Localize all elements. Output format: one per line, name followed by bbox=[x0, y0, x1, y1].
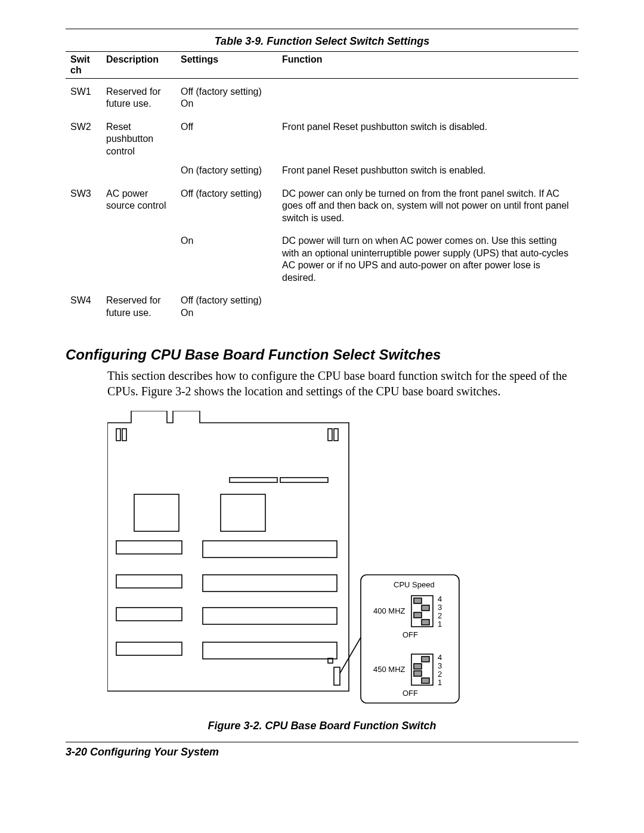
svg-rect-6 bbox=[134, 494, 179, 531]
label-off-1: OFF bbox=[402, 630, 418, 639]
label-450mhz: 450 MHZ bbox=[373, 665, 405, 674]
col-header-switch: Switch bbox=[66, 52, 101, 79]
page-footer: 3-20 Configuring Your System bbox=[66, 746, 578, 758]
label-n2-a: 2 bbox=[438, 611, 442, 620]
svg-rect-23 bbox=[422, 620, 429, 625]
col-header-description: Description bbox=[101, 52, 176, 79]
cell-description: AC power source control bbox=[101, 181, 176, 228]
svg-rect-12 bbox=[203, 541, 337, 558]
top-horizontal-rule bbox=[66, 29, 578, 29]
cell-switch: SW3 bbox=[66, 181, 101, 228]
svg-rect-2 bbox=[328, 429, 332, 441]
footer-horizontal-rule bbox=[66, 742, 578, 742]
cell-switch: SW2 bbox=[66, 114, 101, 161]
svg-rect-1 bbox=[122, 429, 126, 441]
label-n1-a: 1 bbox=[438, 620, 442, 628]
col-header-function: Function bbox=[277, 52, 578, 79]
cell-switch bbox=[66, 228, 101, 287]
svg-rect-22 bbox=[414, 612, 422, 618]
figure-caption: Figure 3-2. CPU Base Board Function Swit… bbox=[66, 720, 578, 732]
svg-rect-4 bbox=[230, 478, 277, 482]
svg-rect-26 bbox=[414, 664, 422, 669]
section-heading: Configuring CPU Base Board Function Sele… bbox=[66, 346, 578, 363]
svg-rect-11 bbox=[116, 642, 182, 655]
cell-function bbox=[277, 287, 578, 323]
table-header-row: Switch Description Settings Function bbox=[66, 52, 578, 79]
table-row: On (factory setting) Front panel Reset p… bbox=[66, 161, 578, 180]
cell-function: Front panel Reset pushbutton switch is d… bbox=[277, 114, 578, 161]
cell-switch: SW1 bbox=[66, 79, 101, 114]
label-n1-b: 1 bbox=[438, 678, 442, 687]
svg-rect-5 bbox=[280, 478, 328, 482]
table-row: On DC power will turn on when AC power c… bbox=[66, 228, 578, 287]
table-caption: Table 3-9. Function Select Switch Settin… bbox=[66, 35, 578, 48]
table-row: SW1 Reserved for future use. Off (factor… bbox=[66, 79, 578, 114]
figure-cpu-board: CPU Speed 400 MHZ 450 MHZ OFF OFF 4 3 2 … bbox=[107, 411, 578, 711]
svg-rect-8 bbox=[116, 541, 182, 554]
svg-rect-27 bbox=[414, 671, 422, 676]
cell-description bbox=[101, 161, 176, 180]
label-n4-a: 4 bbox=[438, 594, 442, 603]
cell-settings: Off (factory setting) bbox=[176, 181, 277, 228]
svg-rect-15 bbox=[203, 642, 337, 659]
svg-rect-14 bbox=[203, 608, 337, 624]
svg-rect-3 bbox=[334, 429, 338, 441]
svg-rect-10 bbox=[116, 608, 182, 621]
label-off-2: OFF bbox=[402, 689, 418, 698]
cell-settings: Off (factory setting)On bbox=[176, 287, 277, 323]
svg-line-29 bbox=[340, 637, 361, 673]
cell-settings: Off bbox=[176, 114, 277, 161]
cell-settings: On (factory setting) bbox=[176, 161, 277, 180]
svg-rect-7 bbox=[221, 494, 265, 531]
svg-rect-20 bbox=[414, 598, 422, 603]
svg-rect-21 bbox=[422, 605, 429, 611]
svg-rect-9 bbox=[116, 575, 182, 588]
svg-rect-25 bbox=[422, 657, 429, 662]
svg-rect-16 bbox=[334, 667, 340, 685]
cell-settings: On bbox=[176, 228, 277, 287]
col-header-settings: Settings bbox=[176, 52, 277, 79]
svg-rect-13 bbox=[203, 575, 337, 592]
cell-description: Reserved for future use. bbox=[101, 79, 176, 114]
cell-function: DC power will turn on when AC power come… bbox=[277, 228, 578, 287]
function-select-switch-table: Switch Description Settings Function SW1… bbox=[66, 51, 578, 323]
label-n3-b: 3 bbox=[438, 661, 442, 670]
cell-switch bbox=[66, 161, 101, 180]
svg-rect-28 bbox=[422, 678, 429, 683]
cell-settings: Off (factory setting)On bbox=[176, 79, 277, 114]
table-row: SW3 AC power source control Off (factory… bbox=[66, 181, 578, 228]
label-n3-a: 3 bbox=[438, 603, 442, 612]
cell-description bbox=[101, 228, 176, 287]
label-400mhz: 400 MHZ bbox=[373, 606, 405, 615]
cell-description: Reset pushbutton control bbox=[101, 114, 176, 161]
label-n2-b: 2 bbox=[438, 670, 442, 679]
cell-function: DC power can only be turned on from the … bbox=[277, 181, 578, 228]
table-row: SW2 Reset pushbutton control Off Front p… bbox=[66, 114, 578, 161]
cpu-board-diagram: CPU Speed 400 MHZ 450 MHZ OFF OFF 4 3 2 … bbox=[107, 411, 477, 709]
cell-function: Front panel Reset pushbutton switch is e… bbox=[277, 161, 578, 180]
label-cpu-speed: CPU Speed bbox=[394, 580, 435, 589]
cell-switch: SW4 bbox=[66, 287, 101, 323]
svg-rect-0 bbox=[116, 429, 120, 441]
cell-function bbox=[277, 79, 578, 114]
label-n4-b: 4 bbox=[438, 653, 442, 662]
section-body: This section describes how to configure … bbox=[107, 368, 578, 399]
cell-description: Reserved for future use. bbox=[101, 287, 176, 323]
table-row: SW4 Reserved for future use. Off (factor… bbox=[66, 287, 578, 323]
